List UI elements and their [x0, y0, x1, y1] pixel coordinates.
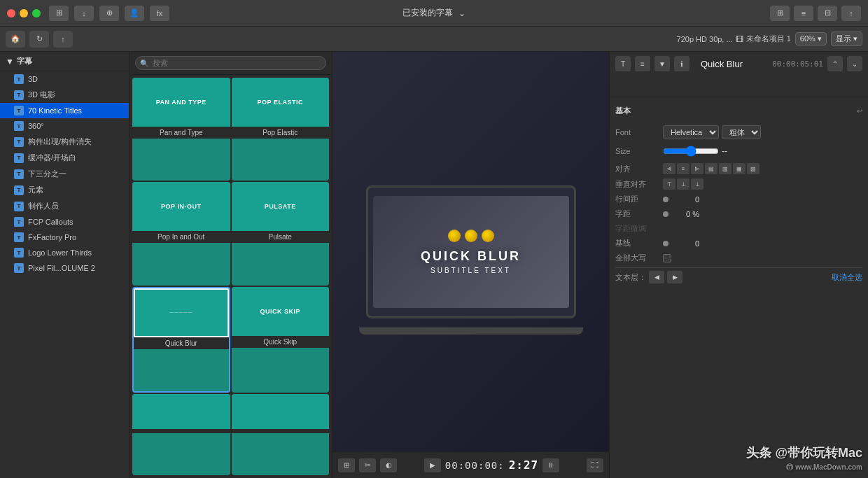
title-label-more1: [132, 429, 230, 433]
sidebar-item-label: 元素: [28, 185, 43, 195]
play-button[interactable]: ▶: [424, 458, 441, 472]
all-caps-row: 全部大写: [615, 251, 862, 265]
sidebar-item-3d-movie[interactable]: T 3D 电影: [0, 87, 129, 103]
chevron-down-icon3[interactable]: ⌄: [847, 56, 862, 71]
text-layer-label: 文本层：: [615, 272, 646, 283]
display-select[interactable]: 显示 ▾: [831, 31, 862, 46]
inspector-scroll: 基本 ↩ Font Helvetica 粗体 Size: [610, 97, 868, 478]
sync-icon[interactable]: ↻: [29, 31, 49, 48]
close-button[interactable]: [7, 9, 15, 17]
preview-video: QUICK BLUR SUBTITLE TEXT: [332, 52, 609, 451]
char-spacing-label: 字距: [615, 209, 657, 219]
library-icon[interactable]: ⊞: [49, 6, 69, 21]
sidebar-item-3d[interactable]: T 3D: [0, 71, 129, 87]
main-toolbar: 🏠 ↻ ↑ 720p HD 30p, ... 🎞 未命名项目 1 60% ▾ 显…: [0, 27, 868, 52]
cancel-all-btn[interactable]: 取消全选: [832, 272, 862, 283]
timecode-left: 00:00:00:: [445, 460, 505, 471]
sidebar-item-icon: T: [14, 202, 24, 211]
text-layer-prev-btn[interactable]: ◀: [649, 271, 664, 283]
text-tool-icon[interactable]: T: [615, 56, 631, 71]
minimize-button[interactable]: [20, 9, 28, 17]
chevron-up-icon[interactable]: ⌃: [827, 56, 843, 71]
align-justify2-btn[interactable]: ▥: [719, 163, 732, 174]
pause-btn[interactable]: ⏸: [542, 458, 559, 472]
sidebar-header: ▼ 字幕: [0, 52, 129, 71]
zoom-select[interactable]: 60% ▾: [795, 32, 827, 45]
info-icon[interactable]: ℹ: [674, 56, 690, 71]
align-label: 对齐: [615, 164, 657, 174]
title-card-pop-elastic[interactable]: POP ELASTIC Pop Elastic: [232, 78, 330, 181]
sidebar-item-lowerthird[interactable]: T 下三分之一: [0, 166, 129, 182]
align-justify-btn[interactable]: ▤: [705, 163, 718, 174]
download-icon[interactable]: ↓: [74, 6, 94, 21]
sidebar-item-fcp-callouts[interactable]: T FCP Callouts: [0, 214, 129, 230]
align-center-btn[interactable]: ≡: [677, 163, 690, 174]
title-card-pulsate[interactable]: PULSATE Pulsate: [232, 182, 330, 285]
valign-bot-btn[interactable]: ⊥: [691, 178, 704, 190]
title-card-more2[interactable]: [232, 394, 330, 475]
sidebar-item-logo-lower[interactable]: T Logo Lower Thirds: [0, 245, 129, 260]
valign-top-btn[interactable]: ⊤: [663, 178, 676, 190]
font-label: Font: [615, 128, 657, 136]
text-layer-next-btn[interactable]: ▶: [667, 271, 682, 283]
title-card-quick-skip[interactable]: QUICK SKIP Quick Skip: [232, 287, 330, 393]
all-caps-checkbox[interactable]: [663, 254, 671, 262]
list-icon[interactable]: ≡: [794, 6, 813, 21]
valign-mid-btn[interactable]: ⊥: [677, 178, 690, 190]
font-weight-select[interactable]: 粗体: [722, 125, 761, 139]
title-label-pan-type: Pan and Type: [132, 127, 230, 139]
maximize-button[interactable]: [32, 9, 41, 17]
sidebar-item-360[interactable]: T 360°: [0, 118, 129, 134]
inspector-timecode: 00:00:05:01: [772, 59, 823, 69]
sidebar-item-buildin[interactable]: T 构件出现/构件消失: [0, 134, 129, 150]
home-icon[interactable]: 🏠: [6, 31, 25, 48]
valign-buttons: ⊤ ⊥ ⊥: [663, 178, 862, 190]
title-preview-quick-skip: QUICK SKIP: [232, 287, 330, 336]
search-input[interactable]: [135, 56, 326, 70]
share-icon[interactable]: ⊕: [99, 6, 119, 21]
search-icon: 🔍: [140, 59, 148, 67]
basic-section-title: 基本: [615, 106, 631, 116]
filter-icon[interactable]: ▼: [654, 56, 670, 71]
sidebar-title: 字幕: [17, 56, 32, 66]
size-label: Size: [615, 147, 657, 155]
title-label-pop-elastic: Pop Elastic: [232, 127, 330, 139]
resolution-section: 720p HD 30p, ... 🎞 未命名项目 1: [677, 34, 791, 44]
person-icon[interactable]: 👤: [125, 6, 144, 21]
traffic-lights: [7, 9, 41, 17]
split-icon[interactable]: ⊟: [818, 6, 837, 21]
font-select[interactable]: Helvetica: [663, 125, 719, 139]
align-justify3-btn[interactable]: ▦: [733, 163, 746, 174]
title-card-pop-inout[interactable]: POP IN-OUT Pop In and Out: [132, 182, 230, 285]
transform-btn[interactable]: ⊞: [338, 458, 355, 472]
baseline-label: 基线: [615, 238, 657, 248]
align-left-btn[interactable]: ⫷: [663, 163, 676, 174]
title-label-more2: [232, 429, 330, 433]
sidebar-item-icon: T: [14, 248, 24, 258]
align-icon[interactable]: ≡: [635, 56, 650, 71]
sidebar-item-fxfactory[interactable]: T FxFactory Pro: [0, 230, 129, 245]
title-card-quick-blur[interactable]: ───── Quick Blur: [132, 287, 230, 393]
sidebar-item-elements[interactable]: T 元素: [0, 182, 129, 198]
title-card-pan-type[interactable]: PAN AND TYPE Pan and Type: [132, 78, 230, 181]
sidebar-item-credits[interactable]: T 制作人员: [0, 198, 129, 214]
clip-btn[interactable]: ✂: [359, 458, 376, 472]
export-icon[interactable]: ↑: [841, 6, 861, 21]
undo-icon[interactable]: ↩: [857, 107, 862, 115]
fx-icon[interactable]: fx: [150, 6, 169, 21]
sidebar-items-list: T 3D T 3D 电影 T 70 Kinetic Titles T 360° …: [0, 71, 129, 478]
char-spacing-value: 0 %: [671, 210, 699, 218]
sidebar-item-70kinetic[interactable]: T 70 Kinetic Titles: [0, 103, 129, 118]
size-slider[interactable]: [663, 143, 719, 159]
align-justify4-btn[interactable]: ▧: [747, 163, 760, 174]
share2-icon[interactable]: ↑: [53, 31, 73, 48]
sidebar-item-pixel-film[interactable]: T Pixel Fil...OLUME 2: [0, 260, 129, 276]
align-right-btn[interactable]: ⫸: [691, 163, 704, 174]
grid-icon[interactable]: ⊞: [770, 6, 790, 21]
sidebar-item-icon: T: [14, 232, 24, 242]
size-dashes: --: [722, 146, 727, 156]
title-card-more1[interactable]: [132, 394, 230, 475]
color-btn[interactable]: ◐: [380, 458, 397, 472]
fullscreen-btn[interactable]: ⛶: [587, 458, 603, 472]
sidebar-item-bumper[interactable]: T 缓冲器/开场白: [0, 150, 129, 166]
